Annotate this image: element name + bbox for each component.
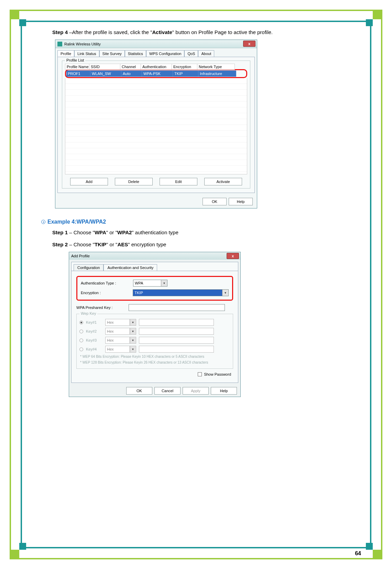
tab-statistics[interactable]: Statistics bbox=[125, 50, 146, 57]
tab-wps-config[interactable]: WPS Configuration bbox=[146, 50, 185, 57]
wep-group-label: Wep Key bbox=[79, 311, 97, 315]
tab-profile[interactable]: Profile bbox=[57, 50, 74, 57]
key4-format-select[interactable]: Hex▼ bbox=[105, 346, 136, 353]
close-button[interactable]: x bbox=[243, 41, 255, 47]
activate-button[interactable]: Activate bbox=[204, 178, 242, 185]
key4-radio[interactable] bbox=[79, 347, 83, 351]
window-title: Ralink Wireless Utility bbox=[64, 42, 101, 46]
tab-auth-security[interactable]: Authentication and Security bbox=[104, 264, 157, 271]
add-button[interactable]: Add bbox=[70, 178, 108, 185]
step1-text: Step 1 – Choose "WPA" or "WPA2" authenti… bbox=[52, 228, 344, 237]
document-content: Step 4 –After the profile is saved, clic… bbox=[41, 28, 344, 397]
key3-radio[interactable] bbox=[79, 339, 83, 342]
encryption-select[interactable]: TKIP ▼ bbox=[133, 289, 229, 296]
profile-row[interactable]: PROF1 WLAN_SW Auto WPA-PSK TKIP Infrastr… bbox=[66, 71, 246, 77]
auth-type-label: Authentication Type : bbox=[81, 281, 133, 285]
page-number: 64 bbox=[355, 550, 361, 557]
key1-format-select[interactable]: Hex▼ bbox=[105, 319, 136, 326]
close-button[interactable]: x bbox=[227, 253, 239, 259]
chevron-down-icon: ▼ bbox=[222, 290, 228, 296]
chevron-down-icon: ▼ bbox=[130, 346, 136, 352]
apply-button[interactable]: Apply bbox=[183, 387, 209, 395]
highlighted-auth-enc: Authentication Type : WPA ▼ Encryption :… bbox=[76, 276, 233, 301]
key3-input[interactable] bbox=[139, 337, 214, 344]
psk-label: WPA Preshared Key : bbox=[76, 305, 129, 310]
chevron-down-icon: ▼ bbox=[130, 337, 136, 343]
key2-format-select[interactable]: Hex▼ bbox=[105, 328, 136, 335]
tab-link-status[interactable]: Link Status bbox=[74, 50, 99, 57]
app-icon bbox=[57, 42, 62, 46]
cancel-button[interactable]: Cancel bbox=[154, 387, 181, 395]
chevron-down-icon: ▼ bbox=[130, 328, 136, 334]
tab-qos[interactable]: QoS bbox=[184, 50, 198, 57]
tab-strip: Profile Link Status Site Survey Statisti… bbox=[55, 48, 257, 57]
encryption-label: Encryption : bbox=[81, 291, 133, 295]
key1-radio[interactable] bbox=[79, 321, 83, 324]
show-password-checkbox[interactable] bbox=[198, 372, 202, 376]
key4-input[interactable] bbox=[139, 346, 214, 353]
add-profile-window: Add Profile x Configuration Authenticati… bbox=[69, 252, 241, 397]
titlebar: Add Profile x bbox=[69, 252, 240, 260]
key1-input[interactable] bbox=[139, 319, 214, 326]
key2-input[interactable] bbox=[139, 328, 214, 335]
profile-list-header: Profile Name SSID Channel Authentication… bbox=[65, 64, 247, 70]
step2-text: Step 2 – Choose "TKIP" or "AES" encrypti… bbox=[52, 240, 344, 249]
ok-button[interactable]: OK bbox=[126, 387, 152, 395]
step4-text: Step 4 –After the profile is saved, clic… bbox=[52, 28, 344, 37]
psk-input[interactable] bbox=[129, 304, 225, 311]
key2-radio[interactable] bbox=[79, 330, 83, 333]
bullet-icon bbox=[41, 220, 45, 224]
titlebar: Ralink Wireless Utility x bbox=[55, 40, 257, 48]
help-button[interactable]: Help bbox=[211, 387, 237, 395]
tab-about[interactable]: About bbox=[198, 50, 214, 57]
group-label: Profile List bbox=[65, 58, 85, 62]
highlighted-row: PROF1 WLAN_SW Auto WPA-PSK TKIP Infrastr… bbox=[65, 69, 247, 78]
example-heading: Example 4:WPA/WPA2 bbox=[41, 219, 344, 225]
tab-site-survey[interactable]: Site Survey bbox=[99, 50, 125, 57]
delete-button[interactable]: Delete bbox=[115, 178, 153, 185]
wep-note-128: * WEP 128 Bits Encryption: Please Keyin … bbox=[80, 361, 230, 364]
profile-list-empty bbox=[65, 78, 247, 174]
wep-note-64: * WEP 64 Bits Encryption: Please Keyin 1… bbox=[80, 355, 230, 358]
help-button[interactable]: Help bbox=[229, 198, 253, 205]
profile-list-group: Profile List Profile Name SSID Channel A… bbox=[62, 61, 250, 189]
show-password-label: Show Password bbox=[204, 372, 231, 376]
chevron-down-icon: ▼ bbox=[130, 319, 136, 325]
key3-format-select[interactable]: Hex▼ bbox=[105, 337, 136, 344]
edit-button[interactable]: Edit bbox=[160, 178, 197, 185]
ralink-utility-window: Ralink Wireless Utility x Profile Link S… bbox=[55, 40, 257, 208]
chevron-down-icon: ▼ bbox=[161, 280, 167, 286]
window-title: Add Profile bbox=[71, 254, 90, 258]
wep-key-group: Wep Key Key#1 Hex▼ Key#2 Hex▼ bbox=[76, 314, 233, 369]
ok-button[interactable]: OK bbox=[203, 198, 227, 205]
auth-type-select[interactable]: WPA ▼ bbox=[133, 280, 167, 287]
tab-configuration[interactable]: Configuration bbox=[74, 264, 104, 271]
